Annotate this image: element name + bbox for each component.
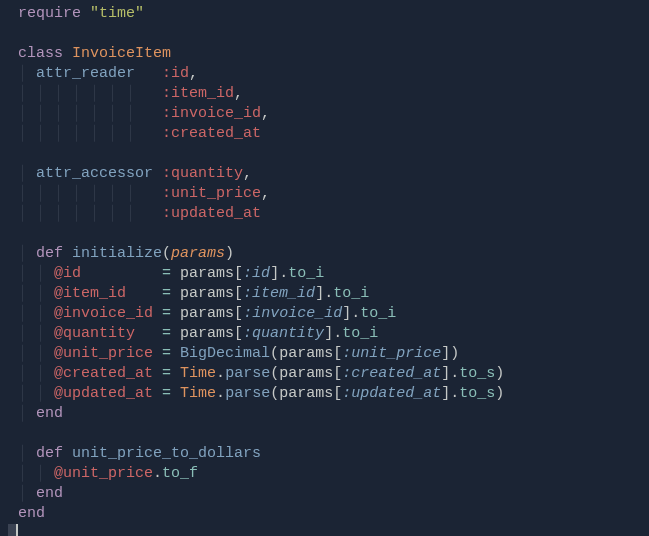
method-name: initialize (72, 245, 162, 262)
indent-guide: │ │ │ │ │ │ │ (18, 125, 144, 142)
instance-var: @quantity (54, 325, 135, 342)
cursor-row (0, 524, 649, 536)
method-call: BigDecimal (180, 345, 270, 362)
instance-var: @created_at (54, 365, 153, 382)
keyword-require: require (18, 5, 81, 22)
keyword-end: end (36, 405, 63, 422)
method-call: parse (225, 365, 270, 382)
code-line: │ │ @created_at = Time.parse(params[:cre… (0, 364, 649, 384)
instance-var: @item_id (54, 285, 126, 302)
attr-accessor: attr_accessor (36, 165, 153, 182)
code-line: │ │ │ │ │ │ │ :unit_price, (0, 184, 649, 204)
symbol: :updated_at (342, 385, 441, 402)
code-line: │ attr_reader :id, (0, 64, 649, 84)
indent-guide: │ │ (18, 285, 54, 302)
indent-guide: │ │ (18, 325, 54, 342)
code-line: │ │ @id = params[:id].to_i (0, 264, 649, 284)
indent-guide: │ (18, 485, 36, 502)
indent-guide: │ │ │ │ │ │ │ (18, 205, 144, 222)
instance-var: @unit_price (54, 345, 153, 362)
symbol: :id (162, 65, 189, 82)
code-line: class InvoiceItem (0, 44, 649, 64)
string-literal: "time" (90, 5, 144, 22)
method-call: to_f (162, 465, 198, 482)
code-line: │ │ │ │ │ │ │ :item_id, (0, 84, 649, 104)
code-line: require "time" (0, 4, 649, 24)
symbol: :unit_price (162, 185, 261, 202)
indent-guide: │ │ (18, 345, 54, 362)
code-line: │ │ @updated_at = Time.parse(params[:upd… (0, 384, 649, 404)
keyword-def: def (36, 245, 63, 262)
code-line: │ │ @quantity = params[:quantity].to_i (0, 324, 649, 344)
indent-guide: │ │ (18, 305, 54, 322)
indent-guide: │ │ (18, 265, 54, 282)
method-call: parse (225, 385, 270, 402)
code-line: │ end (0, 404, 649, 424)
instance-var: @invoice_id (54, 305, 153, 322)
indent-guide: │ │ │ │ │ │ │ (18, 185, 144, 202)
instance-var: @updated_at (54, 385, 153, 402)
code-line: │ │ │ │ │ │ │ :created_at (0, 124, 649, 144)
instance-var: @unit_price (54, 465, 153, 482)
keyword-end: end (36, 485, 63, 502)
indent-guide: │ │ (18, 465, 54, 482)
indent-guide: │ (18, 445, 36, 462)
indent-guide: │ │ │ │ │ │ │ (18, 105, 144, 122)
code-line: │ def initialize(params) (0, 244, 649, 264)
code-line (0, 424, 649, 444)
indent-guide: │ (18, 65, 36, 82)
class-ref: Time (180, 365, 216, 382)
method-call: to_i (342, 325, 378, 342)
code-line: │ │ @item_id = params[:item_id].to_i (0, 284, 649, 304)
keyword-end: end (18, 505, 45, 522)
indent-guide: │ (18, 245, 36, 262)
indent-guide: │ (18, 165, 36, 182)
symbol: :quantity (243, 325, 324, 342)
code-line: │ │ │ │ │ │ │ :invoice_id, (0, 104, 649, 124)
indent-guide: │ │ (18, 385, 54, 402)
symbol: :id (243, 265, 270, 282)
code-editor[interactable]: require "time" class InvoiceItem │ attr_… (0, 4, 649, 536)
cursor-caret-icon (16, 524, 18, 536)
code-line: │ │ │ │ │ │ │ :updated_at (0, 204, 649, 224)
indent-guide: │ │ │ │ │ │ │ (18, 85, 144, 102)
code-line: │ attr_accessor :quantity, (0, 164, 649, 184)
class-ref: Time (180, 385, 216, 402)
parameter: params (171, 245, 225, 262)
code-line: │ def unit_price_to_dollars (0, 444, 649, 464)
symbol: :invoice_id (243, 305, 342, 322)
attr-reader: attr_reader (36, 65, 135, 82)
cursor-block-icon (8, 524, 16, 536)
symbol: :item_id (162, 85, 234, 102)
keyword-def: def (36, 445, 63, 462)
method-call: to_s (459, 385, 495, 402)
code-line: │ │ @unit_price.to_f (0, 464, 649, 484)
keyword-class: class (18, 45, 63, 62)
code-line (0, 24, 649, 44)
method-name: unit_price_to_dollars (72, 445, 261, 462)
code-line: │ │ @invoice_id = params[:invoice_id].to… (0, 304, 649, 324)
code-line (0, 224, 649, 244)
code-line (0, 144, 649, 164)
class-name: InvoiceItem (72, 45, 171, 62)
indent-guide: │ (18, 405, 36, 422)
code-line: end (0, 504, 649, 524)
code-line: │ │ @unit_price = BigDecimal(params[:uni… (0, 344, 649, 364)
indent-guide: │ │ (18, 365, 54, 382)
symbol: :invoice_id (162, 105, 261, 122)
symbol: :quantity (162, 165, 243, 182)
method-call: to_i (288, 265, 324, 282)
method-call: to_s (459, 365, 495, 382)
symbol: :unit_price (342, 345, 441, 362)
symbol: :item_id (243, 285, 315, 302)
symbol: :created_at (342, 365, 441, 382)
method-call: to_i (360, 305, 396, 322)
code-line: │ end (0, 484, 649, 504)
method-call: to_i (333, 285, 369, 302)
instance-var: @id (54, 265, 81, 282)
symbol: :created_at (162, 125, 261, 142)
symbol: :updated_at (162, 205, 261, 222)
